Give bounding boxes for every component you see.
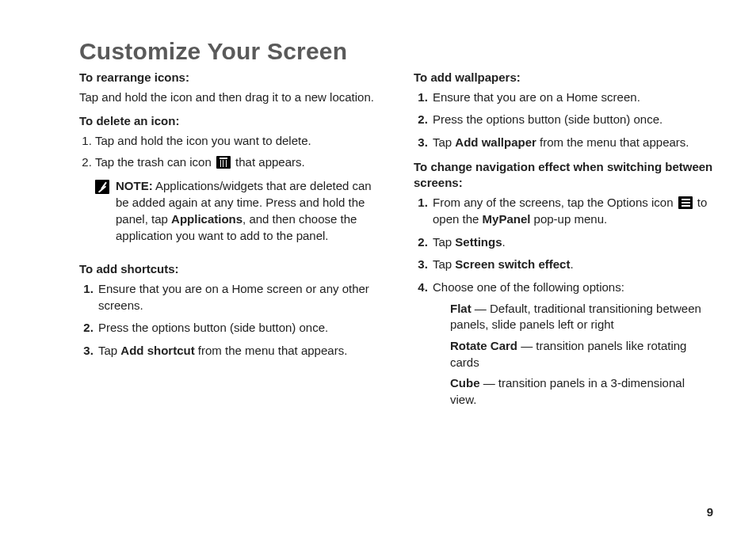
nav-step-2: Tap Settings. [431, 234, 713, 251]
delete-steps: Tap and hold the icon you want to delete… [79, 133, 379, 170]
note-label: NOTE: [116, 179, 153, 192]
note-block: NOTE: Applications/widgets that are dele… [95, 178, 379, 244]
shortcut-step-2: Press the options button (side button) o… [97, 320, 379, 336]
nav-s1c: pop-up menu. [530, 212, 607, 226]
shortcut-s3a: Tap [98, 344, 120, 357]
delete-step-2a: Tap the trash can icon [95, 155, 212, 169]
option-rotate: Rotate Card — transition panels like rot… [450, 338, 713, 371]
nav-s3b: Screen switch effect [455, 257, 570, 271]
shortcut-step-1: Ensure that you are on a Home screen or … [97, 281, 379, 314]
note-icon [95, 180, 109, 194]
note-text: NOTE: Applications/widgets that are dele… [116, 178, 379, 244]
wallpaper-s3b: from the menu that appears. [536, 135, 689, 149]
nav-step-1: From any of the screens, tap the Options… [431, 195, 713, 227]
trash-icon [216, 156, 231, 169]
nav-s4: Choose one of the following options: [433, 280, 624, 294]
shortcuts-steps: Ensure that you are on a Home screen or … [79, 281, 379, 359]
page-title: Customize Your Screen [79, 38, 713, 65]
opt-cube-t: — transition panels in a 3-dimensional v… [450, 376, 685, 406]
content-columns: To rearrange icons: Tap and hold the ico… [79, 70, 713, 416]
nav-s1a: From any of the screens, tap the Options… [433, 196, 674, 209]
option-flat: Flat — Default, traditional transitionin… [450, 301, 713, 333]
delete-step-2b: that appears. [235, 155, 305, 169]
shortcut-step-3: Tap Add shortcut from the menu that appe… [97, 343, 379, 359]
wallpaper-step-2: Press the options button (side button) o… [431, 112, 713, 128]
nav-s3a: Tap [433, 257, 455, 271]
shortcut-s3b: from the menu that appears. [195, 344, 348, 357]
nav-s3c: . [570, 257, 573, 271]
page-number: 9 [707, 505, 713, 519]
wallpaper-step-3: Tap Add wallpaper from the menu that app… [431, 135, 713, 151]
heading-delete: To delete an icon: [79, 113, 379, 130]
wallpaper-s3a: Tap [433, 135, 455, 149]
heading-shortcuts: To add shortcuts: [79, 261, 379, 278]
delete-step-1: Tap and hold the icon you want to delete… [95, 133, 379, 150]
nav-steps: From any of the screens, tap the Options… [414, 195, 713, 409]
shortcut-s3bold: Add shortcut [120, 344, 194, 357]
nav-s2b: Settings [455, 235, 502, 249]
manual-page: Customize Your Screen To rearrange icons… [0, 0, 756, 536]
opt-flat-b: Flat [450, 302, 472, 315]
options-icon [678, 196, 693, 209]
wallpaper-s3bold: Add wallpaper [455, 135, 536, 149]
wallpaper-steps: Ensure that you are on a Home screen. Pr… [414, 89, 713, 151]
note-bold: Applications [171, 212, 242, 226]
opt-rot-b: Rotate Card [450, 339, 517, 352]
heading-wallpapers: To add wallpapers: [414, 70, 713, 86]
right-column: To add wallpapers: Ensure that you are o… [414, 70, 713, 416]
left-column: To rearrange icons: Tap and hold the ico… [79, 70, 379, 416]
opt-flat-t: — Default, traditional transitioning bet… [450, 302, 701, 332]
nav-s2a: Tap [433, 235, 455, 249]
wallpaper-step-1: Ensure that you are on a Home screen. [431, 89, 713, 106]
opt-cube-b: Cube [450, 376, 480, 390]
nav-step-3: Tap Screen switch effect. [431, 257, 713, 273]
nav-s1bold: MyPanel [483, 212, 531, 226]
option-cube: Cube — transition panels in a 3-dimensio… [450, 375, 713, 408]
nav-s2c: . [502, 235, 506, 249]
rearrange-body: Tap and hold the icon and then drag it t… [79, 89, 379, 106]
delete-step-2: Tap the trash can icon that appears. [95, 154, 379, 171]
nav-step-4: Choose one of the following options: Fla… [431, 279, 713, 409]
heading-nav-effect: To change navigation effect when switchi… [414, 159, 713, 192]
heading-rearrange: To rearrange icons: [79, 70, 379, 86]
